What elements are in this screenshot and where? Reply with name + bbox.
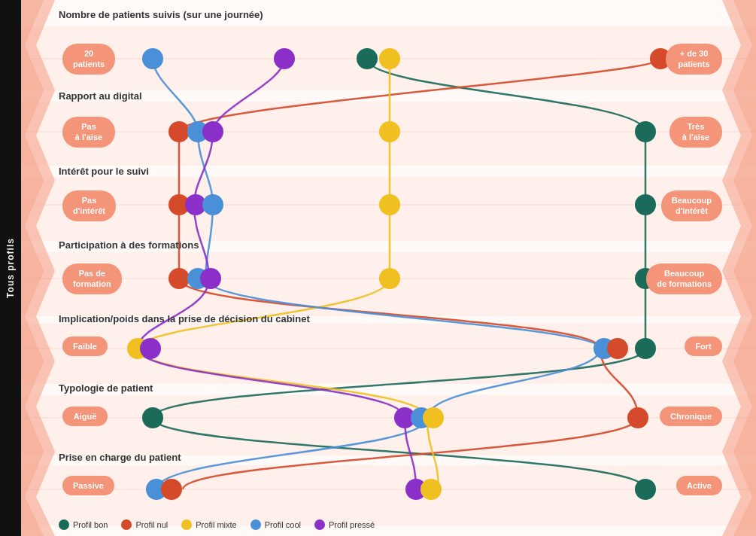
- svg-point-43: [142, 407, 163, 428]
- svg-point-19: [379, 48, 400, 69]
- legend-item-mixte: Profil mixte: [181, 519, 236, 530]
- legend-label-cool: Profil cool: [265, 520, 301, 529]
- section-label-digital: Rapport au digital: [59, 90, 142, 102]
- svg-point-36: [379, 268, 400, 289]
- legend-item-nul: Profil nul: [121, 519, 168, 530]
- section-label-patients: Nombre de patients suivis (sur une journ…: [59, 9, 263, 20]
- pill-left-prise-charge: Passive: [62, 476, 114, 495]
- pill-left-digital: Pasà l'aise: [62, 117, 115, 148]
- svg-point-41: [607, 338, 628, 359]
- svg-point-46: [423, 407, 444, 428]
- svg-point-47: [627, 407, 648, 428]
- legend-dot-nul: [121, 519, 132, 530]
- pill-right-prise-charge: Active: [676, 476, 722, 495]
- section-label-typologie: Typologie de patient: [59, 382, 153, 394]
- legend-item-bon: Profil bon: [59, 519, 108, 530]
- svg-point-20: [142, 48, 163, 69]
- pill-left-formations: Pas deformation: [62, 263, 122, 294]
- legend-dot-bon: [59, 519, 69, 530]
- svg-point-42: [635, 338, 656, 359]
- pill-right-formations: Beaucoupde formations: [646, 263, 722, 294]
- pill-left-suivi: Pasd'intérêt: [62, 190, 116, 221]
- sidebar: Tous profils: [0, 0, 21, 536]
- legend-item-presse: Profil pressé: [314, 519, 375, 530]
- legend-item-cool: Profil cool: [250, 519, 301, 530]
- svg-point-30: [202, 194, 223, 215]
- section-label-prise-charge: Prise en charge du patient: [59, 452, 181, 463]
- legend: Profil bon Profil nul Profil mixte Profi…: [59, 519, 375, 530]
- legend-label-presse: Profil pressé: [329, 520, 375, 529]
- pill-right-typologie: Chronique: [660, 407, 722, 426]
- svg-point-26: [379, 121, 400, 142]
- pill-right-suivi: Beaucoupd'intérêt: [661, 190, 722, 221]
- section-label-formations: Participation à des formations: [59, 239, 199, 251]
- pill-left-implication: Faible: [62, 337, 108, 356]
- legend-label-bon: Profil bon: [73, 520, 108, 529]
- pill-left-patients: 20patients: [62, 44, 115, 75]
- legend-dot-mixte: [181, 519, 192, 530]
- svg-point-39: [140, 338, 161, 359]
- legend-label-nul: Profil nul: [135, 520, 168, 529]
- pill-right-patients: + de 30patients: [666, 44, 722, 75]
- svg-point-33: [169, 268, 190, 289]
- svg-point-35: [200, 268, 221, 289]
- svg-point-49: [161, 479, 182, 500]
- svg-point-25: [202, 121, 223, 142]
- svg-point-52: [635, 479, 656, 500]
- pill-right-digital: Trèsà l'aise: [669, 117, 722, 148]
- svg-point-21: [274, 48, 295, 69]
- svg-point-23: [169, 121, 190, 142]
- svg-point-18: [357, 48, 378, 69]
- legend-dot-cool: [250, 519, 261, 530]
- legend-dot-presse: [314, 519, 325, 530]
- section-label-suivi: Intérêt pour le suivi: [59, 166, 149, 177]
- svg-point-51: [421, 479, 442, 500]
- legend-label-mixte: Profil mixte: [196, 520, 236, 529]
- svg-point-32: [635, 194, 656, 215]
- main-content: Nombre de patients suivis (sur une journ…: [21, 0, 756, 536]
- pill-right-implication: Fort: [685, 337, 722, 356]
- pill-left-typologie: Aiguë: [62, 407, 108, 426]
- svg-point-31: [379, 194, 400, 215]
- sidebar-label: Tous profils: [5, 238, 16, 298]
- svg-point-27: [635, 121, 656, 142]
- section-label-implication: Implication/poids dans la prise de décis…: [59, 313, 310, 324]
